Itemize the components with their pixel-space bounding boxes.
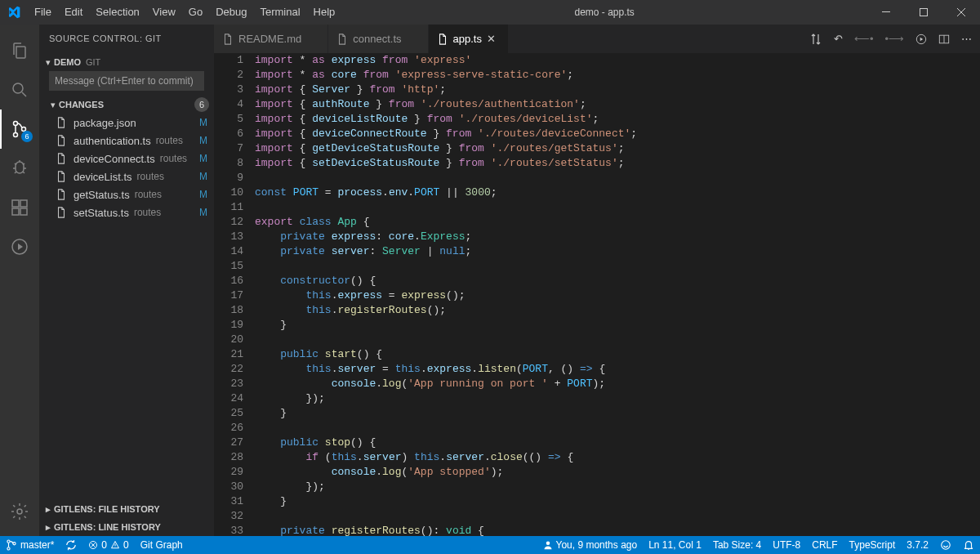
status-language[interactable]: TypeScript: [844, 536, 902, 554]
file-status: M: [198, 207, 209, 218]
window-controls: [867, 0, 980, 25]
more-actions-icon[interactable]: ⋯: [961, 33, 972, 45]
window-title: demo - app.ts: [341, 7, 867, 18]
chevron-right-icon: ▸: [42, 504, 54, 515]
activity-source-control[interactable]: 6: [0, 109, 39, 149]
split-editor-icon[interactable]: [938, 34, 950, 45]
file-name: authentication.ts: [74, 135, 151, 147]
menu-view[interactable]: View: [146, 0, 182, 25]
status-cursor-position[interactable]: Ln 11, Col 1: [643, 536, 707, 554]
tab-label: README.md: [238, 33, 301, 45]
file-name: setStatus.ts: [74, 207, 129, 219]
status-ts-version[interactable]: 3.7.2: [901, 536, 934, 554]
activity-search[interactable]: [0, 70, 39, 109]
code-editor[interactable]: 1234567891011121314151617181920212223242…: [214, 53, 980, 536]
file-name: package.json: [74, 117, 136, 129]
status-bar: master* 0 0 Git Graph You, 9 months ago …: [0, 536, 980, 554]
file-icon: [56, 153, 69, 164]
status-problems[interactable]: 0 0: [82, 536, 134, 554]
minimize-button[interactable]: [867, 0, 905, 25]
menu-go[interactable]: Go: [182, 0, 209, 25]
activity-bar: 6: [0, 25, 39, 536]
chevron-down-icon: ▾: [47, 100, 59, 110]
close-button[interactable]: [942, 0, 980, 25]
file-status: M: [198, 189, 209, 200]
title-bar: FileEditSelectionViewGoDebugTerminalHelp…: [0, 0, 980, 25]
chevron-right-icon: ▸: [42, 522, 54, 533]
repo-name: DEMO: [54, 57, 81, 67]
file-folder: routes: [135, 189, 162, 200]
svg-point-18: [546, 542, 550, 546]
status-sync[interactable]: [60, 536, 82, 554]
svg-rect-1: [920, 9, 928, 16]
menu-terminal[interactable]: Terminal: [253, 0, 306, 25]
branch-name: master*: [20, 539, 54, 551]
file-folder: routes: [137, 171, 164, 182]
go-back-icon[interactable]: ↶: [834, 33, 843, 45]
svg-rect-7: [12, 208, 19, 215]
tab-connect-ts[interactable]: connect.ts✕: [328, 25, 428, 53]
run-icon[interactable]: [915, 34, 927, 45]
tab-app-ts[interactable]: app.ts✕: [429, 25, 509, 53]
nav-prev-icon[interactable]: ⟵•: [854, 33, 874, 45]
changed-file[interactable]: package.jsonM: [39, 114, 214, 132]
svg-rect-9: [20, 200, 27, 207]
status-encoding[interactable]: UTF-8: [767, 536, 806, 554]
svg-point-11: [17, 509, 22, 514]
section-header[interactable]: ▸GITLENS: FILE HISTORY: [39, 500, 214, 518]
status-bell-icon[interactable]: [957, 536, 980, 554]
activity-settings[interactable]: [0, 492, 39, 531]
activity-explorer[interactable]: [0, 31, 39, 70]
file-status: M: [198, 117, 209, 128]
activity-debug[interactable]: [0, 149, 39, 188]
status-tab-size[interactable]: Tab Size: 4: [707, 536, 767, 554]
changed-file[interactable]: authentication.tsroutesM: [39, 132, 214, 150]
menu-file[interactable]: File: [28, 0, 58, 25]
file-status: M: [198, 171, 209, 182]
changed-file[interactable]: getStatus.tsroutesM: [39, 185, 214, 203]
file-icon: [336, 34, 348, 45]
status-git-graph[interactable]: Git Graph: [135, 536, 189, 554]
file-icon: [56, 117, 69, 128]
code-content[interactable]: import * as express from 'express'import…: [255, 53, 980, 536]
activity-extensions[interactable]: [0, 188, 39, 227]
status-feedback-icon[interactable]: [934, 536, 957, 554]
nav-next-icon[interactable]: •⟶: [884, 33, 904, 45]
line-gutter: 1234567891011121314151617181920212223242…: [214, 53, 255, 536]
menu-selection[interactable]: Selection: [89, 0, 145, 25]
svg-point-2: [13, 83, 23, 93]
maximize-button[interactable]: [905, 0, 942, 25]
menu-debug[interactable]: Debug: [209, 0, 253, 25]
status-branch[interactable]: master*: [0, 536, 60, 554]
svg-point-3: [14, 122, 18, 126]
repo-provider: GIT: [86, 57, 100, 67]
tab-label: connect.ts: [353, 33, 401, 45]
sidebar-title: SOURCE CONTROL: GIT: [39, 25, 214, 53]
file-name: getStatus.ts: [74, 189, 130, 201]
changed-file[interactable]: setStatus.tsroutesM: [39, 203, 214, 221]
close-icon[interactable]: ✕: [487, 33, 500, 45]
chevron-down-icon: ▾: [42, 57, 54, 68]
status-blame[interactable]: You, 9 months ago: [537, 536, 644, 554]
repo-header[interactable]: ▾ DEMO GIT: [39, 53, 214, 71]
commit-message-input[interactable]: [49, 71, 204, 91]
menu-help[interactable]: Help: [307, 0, 342, 25]
status-eol[interactable]: CRLF: [806, 536, 843, 554]
changes-header[interactable]: ▾ CHANGES 6: [39, 96, 214, 114]
svg-point-19: [942, 541, 951, 550]
changed-file[interactable]: deviceList.tsroutesM: [39, 168, 214, 185]
changed-file[interactable]: deviceConnect.tsroutesM: [39, 150, 214, 168]
scm-badge: 6: [21, 131, 33, 142]
sidebar: SOURCE CONTROL: GIT ▾ DEMO GIT ▾ CHANGES…: [39, 25, 214, 536]
activity-liveshare[interactable]: [0, 227, 39, 266]
menu-edit[interactable]: Edit: [58, 0, 89, 25]
svg-point-16: [13, 543, 16, 545]
editor-actions: ↶ ⟵• •⟶ ⋯: [801, 25, 980, 53]
svg-point-4: [14, 133, 18, 137]
compare-changes-icon[interactable]: [809, 33, 822, 46]
svg-rect-6: [12, 200, 19, 207]
file-icon: [222, 34, 234, 45]
tab-readme-md[interactable]: README.md✕: [214, 25, 328, 53]
file-icon: [56, 135, 69, 146]
section-header[interactable]: ▸GITLENS: LINE HISTORY: [39, 518, 214, 536]
